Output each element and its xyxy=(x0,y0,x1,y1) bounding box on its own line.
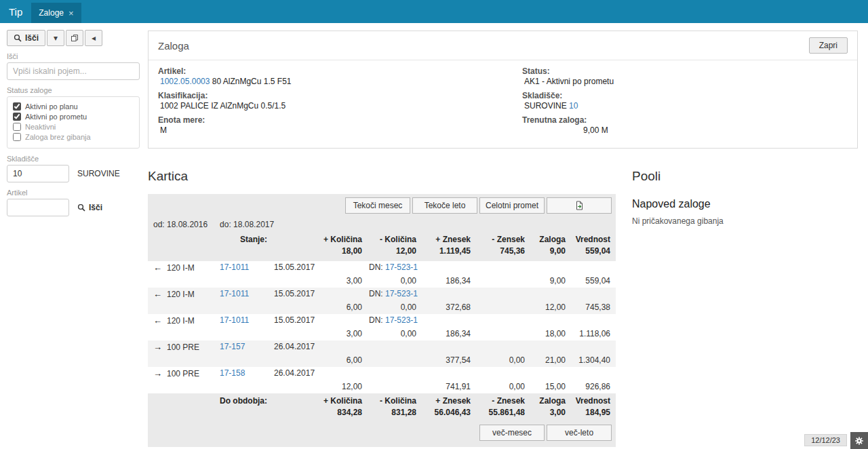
period-button[interactable]: Tekoči mesec xyxy=(345,197,410,214)
article-input[interactable] xyxy=(7,199,69,216)
status-option[interactable]: Zaloga brez gibanja xyxy=(13,133,134,141)
column-label: Vrednost xyxy=(572,395,610,407)
search-options-button[interactable]: ▾ xyxy=(47,30,64,46)
kartica-row: →100 PRE17-15726.04.2017 xyxy=(148,340,616,354)
search-button[interactable]: Išči xyxy=(7,30,45,46)
cell-z_plus: 377,54 xyxy=(422,354,476,367)
status-option[interactable]: Aktivni po prometu xyxy=(13,113,134,121)
kartica-table: Tekoči mesecTekoče letoCelotni promet od… xyxy=(148,194,616,447)
cell-q_plus: 12,00 xyxy=(273,380,368,393)
cell-vrednost: 1.304,40 xyxy=(571,354,616,367)
export-button[interactable] xyxy=(547,197,612,214)
cell-zaloga: 21,00 xyxy=(530,354,571,367)
kartica-title: Kartica xyxy=(148,169,616,184)
status-checkbox[interactable] xyxy=(13,102,21,111)
column-label: + Znesek xyxy=(423,234,471,246)
more-button[interactable]: več-mesec xyxy=(479,425,545,441)
dn-link[interactable]: 17-523-1 xyxy=(385,315,418,325)
detail-right-column: Status: AK1 - Aktivni po prometu Skladiš… xyxy=(522,66,848,140)
topbar: Tip Zaloge × xyxy=(0,0,868,23)
search-section-label: Išči xyxy=(7,52,140,60)
klasifikacija-value: 1002 PALICE IZ AlZnMgCu 0.5/1.5 xyxy=(158,101,522,111)
tab-close-icon[interactable]: × xyxy=(68,8,74,18)
panel-title: Zaloga xyxy=(158,40,189,52)
cell-vrednost: 559,04 xyxy=(571,275,616,288)
main-content: Zaloga Zapri Artikel: 1002.05.0003 80 Al… xyxy=(148,23,868,447)
trenutna-zaloga-value: 9,00 M xyxy=(524,125,608,135)
close-panel-button[interactable]: Zapri xyxy=(809,37,848,54)
document-link[interactable]: 17-157 xyxy=(220,342,245,351)
kartica-header-col: + Količina18,00 xyxy=(273,232,368,261)
period-button[interactable]: Celotni promet xyxy=(479,197,545,214)
warehouse-input[interactable] xyxy=(7,165,69,182)
enota-mere-label: Enota mere: xyxy=(158,115,522,125)
left-arrow-icon: ← xyxy=(153,315,162,326)
kartica-row-values: 12,00741,910,0015,00926,86 xyxy=(148,380,616,393)
search-input[interactable] xyxy=(7,62,140,80)
kartica-header-col: Vrednost559,04 xyxy=(571,232,616,261)
search-button-label: Išči xyxy=(25,33,39,43)
kartica-header-col: - Količina12,00 xyxy=(368,232,422,261)
dn-link[interactable]: 17-523-1 xyxy=(385,289,418,298)
cell-zaloga: 12,00 xyxy=(530,301,571,314)
dn-link[interactable]: 17-523-1 xyxy=(385,262,418,272)
date-from: od: 18.08.2016 xyxy=(153,220,208,229)
document-link[interactable]: 17-1011 xyxy=(220,262,249,272)
movement-type: 120 I-M xyxy=(167,290,195,299)
movement-date: 26.04.2017 xyxy=(273,340,368,354)
cell-z_minus: 0,00 xyxy=(476,380,530,393)
column-label: + Količina xyxy=(274,234,362,246)
tab-zaloge[interactable]: Zaloge × xyxy=(31,3,81,23)
warehouse-name: SUROVINE xyxy=(77,169,120,178)
column-label: - Znesek xyxy=(477,395,525,407)
movement-type: 100 PRE xyxy=(167,343,199,352)
copy-button[interactable] xyxy=(66,30,83,46)
column-label: Zaloga xyxy=(532,234,566,246)
period-button[interactable]: Tekoče leto xyxy=(412,197,477,214)
kartica-row-values: 3,000,00186,349,00559,04 xyxy=(148,275,616,288)
kartica-footer-col: + Količina834,28 xyxy=(273,393,368,423)
article-search-button[interactable]: Išči xyxy=(77,203,102,212)
kartica-header-row: Stanje: + Količina18,00- Količina12,00+ … xyxy=(148,232,616,261)
forecast-text: Ni pričakovanega gibanja xyxy=(632,216,858,226)
status-option[interactable]: Aktivni po planu xyxy=(13,102,134,111)
column-value: 184,95 xyxy=(572,407,610,418)
status-checkbox[interactable] xyxy=(13,133,21,141)
skladisce-code-link[interactable]: 10 xyxy=(569,101,578,111)
status-date[interactable]: 12/12/23 xyxy=(804,434,847,446)
kartica-row: ←120 I-M17-101115.05.2017DN: 17-523-1 xyxy=(148,261,616,275)
right-arrow-icon: → xyxy=(153,368,162,378)
collapse-button[interactable]: ◂ xyxy=(85,30,102,46)
klasifikacija-label: Klasifikacija: xyxy=(158,91,522,100)
cell-q_plus: 6,00 xyxy=(273,301,368,314)
column-value: 12,00 xyxy=(369,246,416,257)
export-icon xyxy=(575,201,584,210)
artikel-code-link[interactable]: 1002.05.0003 xyxy=(160,77,210,86)
cell-z_minus: 0,00 xyxy=(476,354,530,367)
search-icon xyxy=(77,203,85,212)
status-checkbox[interactable] xyxy=(13,123,21,131)
cell-z_plus: 186,34 xyxy=(422,275,476,288)
column-label: + Znesek xyxy=(423,395,471,407)
status-option[interactable]: Neaktivni xyxy=(13,123,134,131)
cell-q_minus: 0,00 xyxy=(368,275,422,288)
gear-icon xyxy=(854,436,864,446)
column-label: - Zensek xyxy=(477,234,525,246)
more-button[interactable]: več-leto xyxy=(547,425,612,441)
dn-label: DN: xyxy=(369,289,385,298)
document-link[interactable]: 17-1011 xyxy=(220,289,249,298)
column-label: - Količina xyxy=(369,395,416,407)
movement-date: 15.05.2017 xyxy=(273,288,368,301)
settings-button[interactable] xyxy=(850,432,868,449)
detail-left-column: Artikel: 1002.05.0003 80 AlZnMgCu 1.5 F5… xyxy=(158,66,522,140)
status-checkbox[interactable] xyxy=(13,113,21,121)
kartica-footer-row: Do obdobja: + Količina834,28- Količina83… xyxy=(148,393,616,423)
artikel-label: Artikel: xyxy=(158,66,522,76)
column-value: 1.119,45 xyxy=(423,246,471,257)
kartica-section: Kartica Tekoči mesecTekoče letoCelotni p… xyxy=(148,169,616,447)
column-label: Vrednost xyxy=(572,234,610,246)
document-link[interactable]: 17-158 xyxy=(220,368,245,378)
movement-type: 120 I-M xyxy=(167,316,195,326)
document-link[interactable]: 17-1011 xyxy=(220,315,249,325)
kartica-row-values: 6,00377,540,0021,001.304,40 xyxy=(148,354,616,367)
